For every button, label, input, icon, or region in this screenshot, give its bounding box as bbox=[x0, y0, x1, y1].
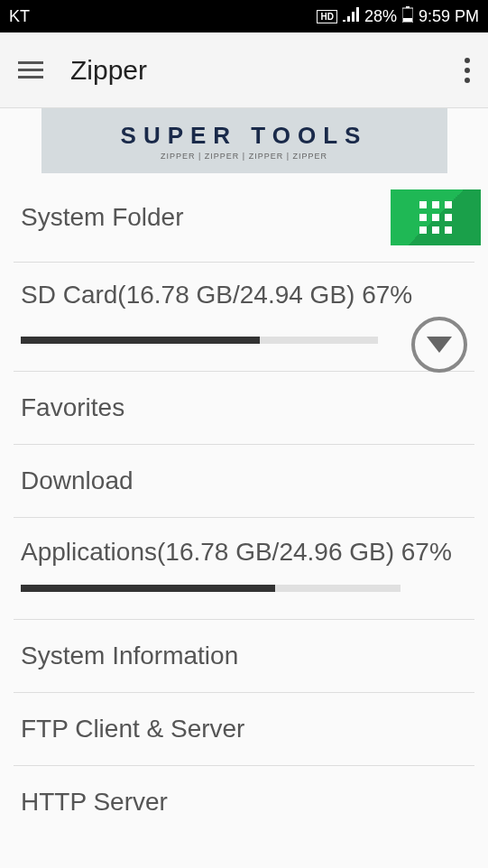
svg-rect-1 bbox=[406, 6, 410, 8]
status-time: 9:59 PM bbox=[419, 7, 479, 26]
download-item[interactable]: Download bbox=[14, 445, 474, 518]
expand-button[interactable] bbox=[411, 317, 467, 373]
sd-card-progress-fill bbox=[21, 337, 260, 344]
system-folder-row[interactable]: System Folder bbox=[14, 173, 474, 263]
banner-subtitle: ZIPPER | ZIPPER | ZIPPER | ZIPPER bbox=[161, 152, 327, 161]
battery-percent: 28% bbox=[364, 7, 397, 26]
hd-icon: HD bbox=[317, 10, 336, 23]
sd-card-label: SD Card(16.78 GB/24.94 GB) 67% bbox=[21, 281, 467, 309]
favorites-item[interactable]: Favorites bbox=[14, 372, 474, 445]
status-bar: KT HD 28% 9:59 PM bbox=[0, 0, 488, 32]
grid-icon bbox=[419, 201, 452, 234]
battery-icon bbox=[402, 6, 413, 27]
chevron-down-icon bbox=[427, 337, 452, 353]
applications-progress-fill bbox=[21, 585, 275, 592]
banner-title: SUPER TOOLS bbox=[121, 122, 368, 150]
main-content: System Folder SD Card(16.78 GB/24.94 GB)… bbox=[0, 173, 488, 838]
menu-icon[interactable] bbox=[18, 61, 43, 78]
system-info-item[interactable]: System Information bbox=[14, 620, 474, 693]
status-right: HD 28% 9:59 PM bbox=[317, 6, 479, 27]
carrier-label: KT bbox=[9, 7, 30, 26]
more-options-icon[interactable] bbox=[465, 58, 470, 83]
http-label: HTTP Server bbox=[21, 788, 467, 817]
svg-rect-2 bbox=[403, 18, 412, 22]
sd-card-progress bbox=[21, 337, 378, 344]
signal-icon bbox=[343, 7, 359, 26]
http-item[interactable]: HTTP Server bbox=[14, 766, 474, 838]
sd-card-item[interactable]: SD Card(16.78 GB/24.94 GB) 67% bbox=[14, 263, 474, 372]
ftp-label: FTP Client & Server bbox=[21, 715, 467, 743]
ftp-item[interactable]: FTP Client & Server bbox=[14, 693, 474, 766]
system-folder-label: System Folder bbox=[21, 203, 184, 232]
system-info-label: System Information bbox=[21, 642, 467, 670]
app-title: Zipper bbox=[70, 55, 147, 86]
banner-ad[interactable]: SUPER TOOLS ZIPPER | ZIPPER | ZIPPER | Z… bbox=[41, 108, 447, 173]
grid-view-button[interactable] bbox=[391, 189, 481, 245]
applications-label: Applications(16.78 GB/24.96 GB) 67% bbox=[21, 536, 467, 568]
applications-item[interactable]: Applications(16.78 GB/24.96 GB) 67% bbox=[14, 518, 474, 620]
applications-progress bbox=[21, 585, 401, 592]
app-bar: Zipper bbox=[0, 32, 488, 108]
favorites-label: Favorites bbox=[21, 393, 467, 422]
download-label: Download bbox=[21, 466, 467, 495]
